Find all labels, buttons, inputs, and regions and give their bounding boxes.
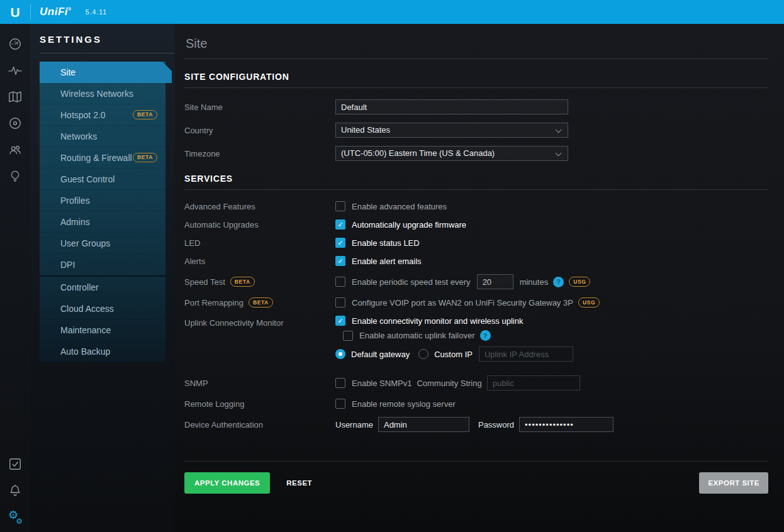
advanced-features-row: Advanced Features Enable advanced featur… — [184, 201, 768, 211]
insights-icon[interactable] — [8, 169, 23, 184]
speed-test-interval-input[interactable] — [477, 274, 513, 289]
menu-item-dpi[interactable]: DPI — [40, 254, 165, 275]
help-icon[interactable] — [480, 330, 491, 341]
timezone-select[interactable]: (UTC-05:00) Eastern Time (US & Canada) — [335, 146, 568, 161]
alerts-checkbox[interactable] — [335, 256, 345, 266]
beta-badge: BETA — [249, 297, 273, 307]
ubiquiti-u-icon: U — [10, 6, 20, 19]
menu-item-hotspot[interactable]: Hotspot 2.0BETA — [40, 104, 165, 126]
custom-ip-label: Custom IP — [434, 350, 473, 359]
alerts-label: Alerts — [184, 257, 335, 266]
remote-logging-row: Remote Logging Enable remote syslog serv… — [184, 399, 768, 409]
snmp-label: SNMP — [184, 379, 335, 388]
menu-item-wireless-networks[interactable]: Wireless Networks — [40, 83, 165, 104]
password-input[interactable] — [519, 417, 613, 432]
ubiquiti-logo[interactable]: U — [0, 6, 30, 19]
map-icon[interactable] — [8, 89, 23, 104]
speed-test-checkbox[interactable] — [335, 277, 345, 287]
community-string-input[interactable] — [487, 375, 580, 391]
uplink-monitor-checkbox[interactable] — [335, 316, 345, 326]
devices-icon[interactable] — [8, 116, 23, 131]
port-remapping-label: Port Remapping BETA — [184, 297, 335, 307]
led-label: LED — [184, 238, 335, 248]
main-content: Site SITE CONFIGURATION Site Name Countr… — [175, 24, 784, 532]
country-select[interactable]: United States — [335, 123, 568, 138]
advanced-features-checkbox[interactable] — [335, 201, 345, 211]
beta-badge: BETA — [133, 110, 157, 119]
usg-badge: USG — [578, 297, 600, 307]
port-remapping-checkbox[interactable] — [335, 297, 345, 308]
menu-item-site[interactable]: Site — [40, 62, 172, 83]
statistics-icon[interactable] — [8, 63, 23, 78]
advanced-features-label: Advanced Features — [184, 202, 335, 211]
menu-item-routing-firewall[interactable]: Routing & FirewallBETA — [40, 147, 165, 169]
automatic-upgrades-row: Automatic Upgrades Automatically upgrade… — [184, 219, 768, 230]
page-title: Site — [184, 33, 768, 51]
settings-icon[interactable] — [8, 509, 23, 524]
alerts-icon[interactable] — [8, 483, 23, 498]
section-divider — [184, 87, 768, 88]
speed-test-unit-label: minutes — [520, 277, 549, 287]
automatic-upgrades-label: Automatic Upgrades — [184, 220, 335, 230]
apply-changes-button[interactable]: APPLY CHANGES — [184, 472, 270, 494]
community-string-label: Community String — [417, 379, 481, 388]
default-gateway-label: Default gateway — [351, 350, 410, 359]
username-label: Username — [335, 420, 373, 429]
port-remapping-checkbox-label: Configure VOIP port as WAN2 on UniFi Sec… — [352, 298, 573, 308]
settings-panel: SETTINGS Site Wireless Networks Hotspot … — [30, 24, 175, 532]
site-name-row: Site Name — [184, 99, 768, 114]
uplink-gateway-line: Default gateway Custom IP — [335, 346, 573, 362]
site-name-input[interactable] — [335, 99, 568, 114]
menu-item-networks[interactable]: Networks — [40, 126, 165, 147]
remote-logging-checkbox[interactable] — [335, 399, 345, 409]
uplink-monitor-checkbox-label: Enable connectivity monitor and wireless… — [352, 316, 523, 326]
country-label: Country — [184, 126, 335, 135]
device-auth-row: Device Authentication Username Password — [184, 417, 768, 432]
default-gateway-radio[interactable] — [335, 349, 345, 359]
uplink-failover-checkbox[interactable] — [343, 331, 353, 341]
speed-test-label: Speed Test BETA — [184, 277, 335, 286]
led-row: LED Enable status LED — [184, 238, 768, 248]
custom-ip-radio[interactable] — [418, 349, 428, 359]
menu-item-user-groups[interactable]: User Groups — [40, 233, 165, 254]
title-divider — [184, 58, 768, 59]
site-name-label: Site Name — [184, 103, 335, 112]
menu-item-cloud-access[interactable]: Cloud Access — [40, 298, 165, 319]
help-icon[interactable] — [553, 277, 564, 287]
footer-divider — [184, 461, 768, 462]
remote-logging-checkbox-label: Enable remote syslog server — [352, 399, 456, 409]
reset-button[interactable]: RESET — [284, 472, 315, 494]
clients-icon[interactable] — [8, 142, 23, 157]
snmp-checkbox[interactable] — [335, 378, 345, 388]
automatic-upgrades-checkbox[interactable] — [335, 219, 345, 230]
panel-title: SETTINGS — [40, 34, 175, 45]
snmp-row: SNMP Enable SNMPv1 Community String — [184, 375, 768, 391]
menu-item-guest-control[interactable]: Guest Control — [40, 169, 165, 190]
topbar-separator — [30, 4, 31, 19]
export-site-button[interactable]: EXPORT SITE — [699, 472, 768, 494]
country-row: Country United States — [184, 123, 768, 138]
footer-actions: APPLY CHANGES RESET EXPORT SITE — [184, 472, 768, 494]
uplink-ip-input[interactable] — [479, 346, 573, 362]
menu-item-auto-backup[interactable]: Auto Backup — [40, 341, 165, 362]
services-heading: SERVICES — [184, 174, 768, 184]
dashboard-icon[interactable] — [8, 36, 23, 52]
events-icon[interactable] — [8, 457, 23, 472]
menu-item-maintenance[interactable]: Maintenance — [40, 319, 165, 341]
snmp-checkbox-label: Enable SNMPv1 — [352, 379, 412, 388]
led-checkbox[interactable] — [335, 238, 345, 248]
uplink-failover-checkbox-label: Enable automatic uplink failover — [359, 331, 475, 340]
panel-divider — [40, 53, 174, 53]
chevron-down-icon — [556, 127, 562, 133]
username-input[interactable] — [378, 417, 469, 432]
chevron-down-icon — [556, 150, 562, 157]
menu-item-admins[interactable]: Admins — [40, 211, 165, 233]
section-divider — [184, 189, 768, 190]
controller-version: 5.4.11 — [86, 8, 107, 16]
alerts-row: Alerts Enable alert emails — [184, 256, 768, 266]
menu-item-controller[interactable]: Controller — [40, 277, 165, 298]
speed-test-row: Speed Test BETA Enable periodic speed te… — [184, 274, 768, 289]
menu-item-profiles[interactable]: Profiles — [40, 190, 165, 211]
usg-badge: USG — [569, 277, 590, 286]
timezone-row: Timezone (UTC-05:00) Eastern Time (US & … — [184, 146, 768, 161]
